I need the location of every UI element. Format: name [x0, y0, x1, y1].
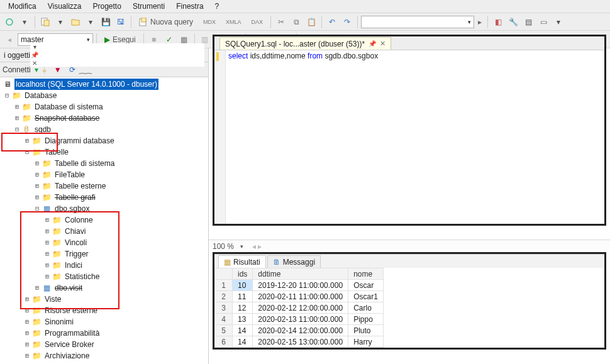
table-row[interactable]: 5142020-02-14 12:00:00.000Pluto: [215, 325, 384, 336]
menu-strumenti[interactable]: Strumenti: [128, 1, 169, 12]
new-project-button[interactable]: [38, 15, 52, 29]
expand-icon[interactable]: ⊞: [13, 113, 21, 124]
panel-dropdown-icon[interactable]: ▾: [30, 43, 39, 50]
row-number[interactable]: 3: [215, 302, 233, 314]
tree-archiviazione[interactable]: ⊞📁Archiviazione: [0, 350, 208, 361]
tree-vincoli[interactable]: ⊞📁Vincoli: [0, 237, 208, 248]
sql-tab[interactable]: SQLQuery1.sql - loc...aster (dbuser (53)…: [219, 37, 391, 50]
tree-programmabilita[interactable]: ⊞📁Programmabilità: [0, 328, 208, 339]
table-row[interactable]: 3122020-02-12 12:00:00.000Carlo: [215, 302, 384, 314]
cell[interactable]: 12: [233, 302, 253, 314]
mdx-button[interactable]: MDX: [199, 15, 220, 29]
tree-risorse-esterne[interactable]: ⊞📁Risorse esterne: [0, 305, 208, 316]
undo-button[interactable]: ↶: [325, 15, 339, 29]
menu-modifica[interactable]: Modifica: [4, 1, 41, 12]
tree-dbo-visit[interactable]: ⊞▦ dbo.visit: [0, 282, 208, 294]
nuova-query-button[interactable]: Nuova query: [135, 15, 197, 29]
row-number[interactable]: 1: [215, 280, 233, 291]
open-dropdown[interactable]: ▾: [84, 15, 97, 29]
connect-button[interactable]: Connetti: [3, 65, 31, 74]
back-button[interactable]: [3, 15, 16, 29]
expand-icon[interactable]: ⊞: [13, 101, 21, 113]
redo-button[interactable]: ↷: [340, 15, 354, 29]
tree-sinonimi[interactable]: ⊞📁Sinonimi: [0, 316, 208, 328]
extensions-button[interactable]: ◧: [491, 15, 505, 29]
cell[interactable]: 10: [233, 280, 253, 291]
menu-finestra[interactable]: Finestra: [172, 1, 208, 12]
paste-button[interactable]: 📋: [304, 15, 318, 29]
tab-risultati[interactable]: ▦ Risultati: [218, 255, 266, 268]
cell[interactable]: 2019-12-20 11:00:00.000: [253, 280, 348, 291]
sql-code[interactable]: select ids,ddtime,nome from sgdb.dbo.sgb…: [226, 50, 604, 224]
cell[interactable]: 11: [233, 291, 253, 302]
tree-colonne[interactable]: ⊞📁Colonne: [0, 214, 208, 226]
menu-visualizza[interactable]: Visualizza: [43, 1, 86, 12]
cut-button[interactable]: ✂: [274, 15, 288, 29]
panel-pin-icon[interactable]: 📌: [30, 52, 39, 58]
cell[interactable]: Pluto: [348, 325, 384, 336]
object-explorer-tree[interactable]: 🖥 localhost (SQL Server 14.0.1000 - dbus…: [0, 77, 208, 364]
table-row[interactable]: 6142020-02-15 13:00:00.000Harry: [215, 336, 384, 348]
cell[interactable]: Harry: [348, 336, 384, 348]
menu-help[interactable]: ?: [211, 1, 224, 12]
row-number[interactable]: 2: [215, 291, 233, 302]
save-button[interactable]: 💾: [99, 15, 113, 29]
collapse-icon[interactable]: ⊟: [3, 90, 11, 101]
cell[interactable]: 2020-02-15 13:00:00.000: [253, 336, 348, 348]
cell[interactable]: Carlo: [348, 302, 384, 314]
tree-diagrammi[interactable]: ⊞📁 Diagrammi database: [0, 135, 208, 146]
cell[interactable]: 2020-02-12 12:00:00.000: [253, 302, 348, 314]
cell[interactable]: 14: [233, 336, 253, 348]
output-button[interactable]: ▤: [521, 15, 535, 29]
table-row[interactable]: 2112020-02-11 11:00:00.000Oscar1: [215, 291, 384, 302]
layout-dropdown[interactable]: ▾: [552, 15, 565, 29]
cell[interactable]: 2020-02-11 11:00:00.000: [253, 291, 348, 302]
row-number[interactable]: 6: [215, 336, 233, 348]
column-header[interactable]: ddtime: [253, 268, 348, 280]
cell[interactable]: Oscar: [348, 280, 384, 291]
forward-button[interactable]: ▾: [18, 15, 31, 29]
table-row[interactable]: 4132020-02-13 11:00:00.000Pippo: [215, 314, 384, 325]
save-all-button[interactable]: 🖫: [114, 15, 128, 29]
pin-icon[interactable]: 📌: [369, 40, 376, 47]
results-grid[interactable]: idsddtimenome1102019-12-20 11:00:00.000O…: [214, 268, 604, 348]
tree-tabelle-esterne[interactable]: ⊞📁 Tabelle esterne: [0, 180, 208, 192]
history-back[interactable]: ◂: [3, 33, 16, 47]
tree-database-root[interactable]: ⊟ 📁 Database: [0, 90, 208, 101]
wrench-button[interactable]: 🔧: [506, 15, 520, 29]
tree-statistiche[interactable]: ⊞📁Statistiche: [0, 271, 208, 282]
new-dropdown[interactable]: ▾: [53, 15, 67, 29]
cell[interactable]: 14: [233, 325, 253, 336]
menu-progetto[interactable]: Progetto: [89, 1, 126, 12]
panel-close-icon[interactable]: ✕: [30, 60, 39, 67]
table-row[interactable]: 1102019-12-20 11:00:00.000Oscar: [215, 280, 384, 291]
zoom-value[interactable]: 100 %: [213, 242, 234, 251]
cell[interactable]: Oscar1: [348, 291, 384, 302]
tree-indici[interactable]: ⊞📁Indici: [0, 260, 208, 271]
sql-editor[interactable]: select ids,ddtime,nome from sgdb.dbo.sgb…: [214, 50, 604, 224]
collapse-icon[interactable]: ⊟: [13, 124, 21, 135]
row-number[interactable]: 4: [215, 314, 233, 325]
tree-service-broker[interactable]: ⊞📁Service Broker: [0, 339, 208, 350]
column-header[interactable]: ids: [233, 268, 253, 280]
tree-filetable[interactable]: ⊞📁 FileTable: [0, 169, 208, 180]
cell[interactable]: 2020-02-13 11:00:00.000: [253, 314, 348, 325]
row-number[interactable]: 5: [215, 325, 233, 336]
open-button[interactable]: [69, 15, 82, 29]
tree-sgdb[interactable]: ⊟ 🛢 sgdb: [0, 124, 208, 135]
tree-dbo-sgbox[interactable]: ⊟ ▦ dbo.sgbox: [0, 203, 208, 214]
tree-tabelle[interactable]: ⊟📁 Tabelle: [0, 146, 208, 158]
tree-trigger[interactable]: ⊞📁Trigger: [0, 248, 208, 260]
tree-tabelle-sistema[interactable]: ⊞📁 Tabelle di sistema: [0, 158, 208, 169]
tree-chiavi[interactable]: ⊞📁Chiavi: [0, 226, 208, 237]
tree-tabelle-grafi[interactable]: ⊞📁 Tabelle grafi: [0, 192, 208, 203]
tree-viste[interactable]: ⊞📁Viste: [0, 294, 208, 305]
dax-button[interactable]: DAX: [247, 15, 268, 29]
copy-button[interactable]: ⧉: [289, 15, 303, 29]
tree-server[interactable]: 🖥 localhost (SQL Server 14.0.1000 - dbus…: [0, 79, 208, 90]
cell[interactable]: 13: [233, 314, 253, 325]
tree-db-sistema[interactable]: ⊞ 📁 Database di sistema: [0, 101, 208, 113]
tab-messaggi[interactable]: 🗎 Messaggi: [267, 255, 321, 268]
window-layout-button[interactable]: ▭: [536, 15, 550, 29]
column-header[interactable]: nome: [348, 268, 384, 280]
